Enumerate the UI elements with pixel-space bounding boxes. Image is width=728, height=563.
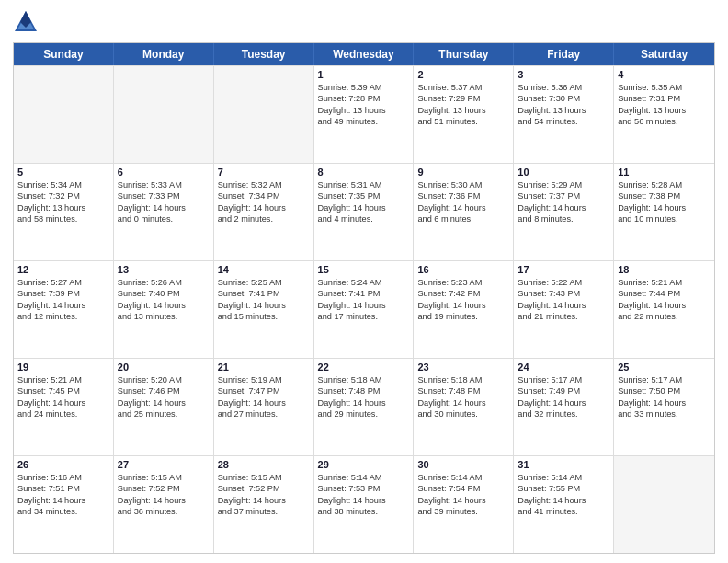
cell-line-1: Sunset: 7:37 PM [518,190,609,201]
cell-line-0: Sunrise: 5:14 AM [318,472,410,483]
cell-line-1: Sunset: 7:46 PM [118,385,210,396]
cell-line-2: Daylight: 14 hours [417,397,509,408]
cell-line-3: and 34 minutes. [17,506,109,517]
cell-line-1: Sunset: 7:31 PM [618,93,711,104]
day-cell-24: 24Sunrise: 5:17 AMSunset: 7:49 PMDayligh… [514,359,614,455]
cell-line-2: Daylight: 14 hours [417,495,509,506]
cell-line-2: Daylight: 14 hours [518,495,609,506]
day-number: 29 [318,459,410,470]
cell-line-1: Sunset: 7:48 PM [318,385,410,396]
cell-line-1: Sunset: 7:38 PM [618,190,711,201]
cell-line-0: Sunrise: 5:15 AM [218,472,310,483]
cell-line-3: and 37 minutes. [218,506,310,517]
cell-line-1: Sunset: 7:34 PM [218,190,310,201]
day-cell-6: 6Sunrise: 5:33 AMSunset: 7:33 PMDaylight… [114,164,214,260]
cell-line-3: and 25 minutes. [118,408,210,419]
cell-line-2: Daylight: 14 hours [118,300,210,311]
cell-line-3: and 56 minutes. [618,116,711,127]
cell-line-3: and 15 minutes. [218,311,310,322]
day-cell-16: 16Sunrise: 5:23 AMSunset: 7:42 PMDayligh… [414,261,514,358]
cell-line-3: and 49 minutes. [318,116,410,127]
cell-line-3: and 38 minutes. [318,506,410,517]
cell-line-0: Sunrise: 5:36 AM [518,82,609,93]
cell-line-3: and 10 minutes. [618,213,711,224]
cell-line-3: and 2 minutes. [218,213,310,224]
cell-line-3: and 12 minutes. [17,311,109,322]
day-number: 12 [17,264,109,275]
day-number: 14 [218,264,310,275]
cell-line-3: and 19 minutes. [417,311,509,322]
cell-line-3: and 8 minutes. [518,213,609,224]
cell-line-0: Sunrise: 5:17 AM [618,374,711,385]
cell-line-2: Daylight: 14 hours [318,495,410,506]
cell-line-0: Sunrise: 5:39 AM [318,82,410,93]
day-number: 10 [518,167,609,178]
day-number: 4 [618,69,711,80]
cell-line-2: Daylight: 14 hours [17,300,109,311]
cell-line-0: Sunrise: 5:33 AM [118,179,210,190]
calendar: SundayMondayTuesdayWednesdayThursdayFrid… [13,42,715,554]
day-cell-11: 11Sunrise: 5:28 AMSunset: 7:38 PMDayligh… [614,164,714,260]
day-cell-25: 25Sunrise: 5:17 AMSunset: 7:50 PMDayligh… [614,359,714,455]
cell-line-3: and 58 minutes. [17,213,109,224]
logo-icon [13,9,39,35]
cell-line-1: Sunset: 7:39 PM [17,288,109,299]
cell-line-3: and 33 minutes. [618,408,711,419]
day-cell-27: 27Sunrise: 5:15 AMSunset: 7:52 PMDayligh… [114,456,214,553]
day-cell-7: 7Sunrise: 5:32 AMSunset: 7:34 PMDaylight… [214,164,314,260]
cell-line-0: Sunrise: 5:22 AM [518,277,609,288]
header-day-tuesday: Tuesday [214,43,314,65]
cell-line-0: Sunrise: 5:23 AM [417,277,509,288]
day-cell-22: 22Sunrise: 5:18 AMSunset: 7:48 PMDayligh… [314,359,415,455]
day-cell-20: 20Sunrise: 5:20 AMSunset: 7:46 PMDayligh… [114,359,214,455]
cell-line-1: Sunset: 7:47 PM [218,385,310,396]
day-number: 19 [17,362,109,373]
day-cell-26: 26Sunrise: 5:16 AMSunset: 7:51 PMDayligh… [14,456,114,553]
cell-line-2: Daylight: 14 hours [17,397,109,408]
cell-line-3: and 30 minutes. [417,408,509,419]
empty-cell [614,456,714,553]
day-cell-15: 15Sunrise: 5:24 AMSunset: 7:41 PMDayligh… [314,261,415,358]
cell-line-2: Daylight: 14 hours [618,300,711,311]
day-cell-29: 29Sunrise: 5:14 AMSunset: 7:53 PMDayligh… [314,456,415,553]
cell-line-1: Sunset: 7:54 PM [417,483,509,494]
day-number: 23 [417,362,509,373]
cell-line-0: Sunrise: 5:16 AM [17,472,109,483]
day-cell-5: 5Sunrise: 5:34 AMSunset: 7:32 PMDaylight… [14,164,114,260]
day-number: 2 [417,69,509,80]
cell-line-2: Daylight: 14 hours [518,397,609,408]
cell-line-2: Daylight: 14 hours [618,397,711,408]
cell-line-1: Sunset: 7:32 PM [17,190,109,201]
calendar-body: 1Sunrise: 5:39 AMSunset: 7:28 PMDaylight… [14,65,714,553]
cell-line-2: Daylight: 14 hours [318,202,410,213]
cell-line-1: Sunset: 7:50 PM [618,385,711,396]
cell-line-2: Daylight: 14 hours [318,300,410,311]
cell-line-2: Daylight: 13 hours [318,105,410,116]
cell-line-1: Sunset: 7:40 PM [118,288,210,299]
cell-line-2: Daylight: 14 hours [218,397,310,408]
cell-line-2: Daylight: 14 hours [118,202,210,213]
cell-line-0: Sunrise: 5:17 AM [518,374,609,385]
day-number: 13 [118,264,210,275]
cell-line-2: Daylight: 14 hours [417,300,509,311]
cell-line-0: Sunrise: 5:21 AM [618,277,711,288]
cell-line-1: Sunset: 7:29 PM [417,93,509,104]
cell-line-0: Sunrise: 5:24 AM [318,277,410,288]
day-cell-4: 4Sunrise: 5:35 AMSunset: 7:31 PMDaylight… [614,66,714,163]
cell-line-3: and 54 minutes. [518,116,609,127]
cell-line-0: Sunrise: 5:30 AM [417,179,509,190]
cell-line-2: Daylight: 14 hours [518,300,609,311]
header-day-sunday: Sunday [14,43,114,65]
cell-line-3: and 51 minutes. [417,116,509,127]
cell-line-0: Sunrise: 5:34 AM [17,179,109,190]
day-cell-8: 8Sunrise: 5:31 AMSunset: 7:35 PMDaylight… [314,164,415,260]
header-day-friday: Friday [514,43,614,65]
cell-line-1: Sunset: 7:55 PM [518,483,609,494]
cell-line-3: and 4 minutes. [318,213,410,224]
cell-line-3: and 41 minutes. [518,506,609,517]
cell-line-2: Daylight: 13 hours [17,202,109,213]
cell-line-0: Sunrise: 5:15 AM [118,472,210,483]
day-number: 1 [318,69,410,80]
day-cell-23: 23Sunrise: 5:18 AMSunset: 7:48 PMDayligh… [414,359,514,455]
cell-line-3: and 17 minutes. [318,311,410,322]
